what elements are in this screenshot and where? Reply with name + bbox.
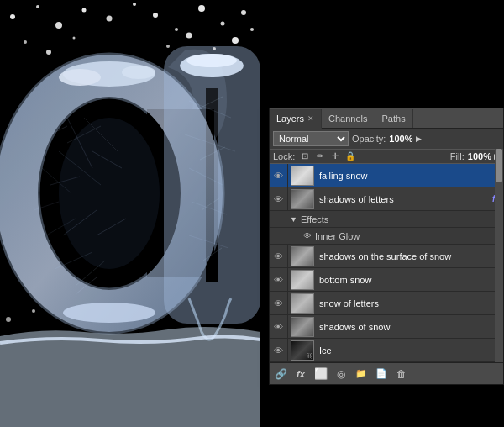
svg-point-7: [63, 303, 155, 323]
fill-control: Fill: 100% ▶: [450, 151, 500, 161]
layer-visibility-snow-letters[interactable]: 👁: [270, 292, 288, 314]
new-group-button[interactable]: 📁: [354, 366, 369, 382]
svg-point-5: [59, 69, 101, 86]
lock-all-icon[interactable]: 🔒: [345, 151, 355, 161]
effect-name-inner-glow: Inner Glow: [315, 231, 360, 241]
effects-header: ▼ Effects: [270, 211, 503, 228]
layer-visibility-falling-snow[interactable]: 👁: [270, 164, 288, 187]
layer-name-ice: Ice: [317, 345, 503, 356]
layer-item-snow-letters[interactable]: 👁 snow of letters: [270, 292, 503, 315]
svg-point-56: [32, 309, 35, 313]
layer-list: 👁 falling snow 👁 shadows of letters fx ▼…: [270, 164, 503, 362]
svg-point-48: [46, 50, 51, 55]
fill-label: Fill:: [450, 151, 465, 161]
layer-thumb-bottom-snow: [291, 270, 314, 290]
layer-item-ice[interactable]: 👁 ⛓ Ice: [270, 339, 503, 362]
svg-point-37: [36, 5, 39, 8]
layer-item-falling-snow[interactable]: 👁 falling snow: [270, 164, 503, 187]
tab-layers[interactable]: Layers ✕: [270, 109, 322, 129]
add-mask-button[interactable]: ⬜: [313, 366, 328, 382]
fill-value[interactable]: 100%: [468, 151, 491, 161]
layer-thumb-shadows-snow: [291, 317, 314, 337]
panel-tabs: Layers ✕ Channels Paths: [270, 108, 503, 129]
layer-name-falling-snow: falling snow: [317, 171, 503, 181]
svg-point-53: [232, 37, 239, 44]
layer-visibility-ice[interactable]: 👁: [270, 339, 288, 361]
layer-thumb-snow-letters: [291, 293, 314, 314]
tab-channels-label: Channels: [328, 113, 367, 124]
svg-point-26: [186, 54, 237, 67]
blend-mode-row: Normal Multiply Screen Opacity: 100% ▶: [270, 129, 503, 150]
layer-item-bottom-snow[interactable]: 👁 bottom snow: [270, 268, 503, 292]
effects-label: Effects: [301, 214, 328, 224]
svg-point-39: [82, 8, 87, 13]
effect-inner-glow[interactable]: 👁 Inner Glow: [270, 228, 503, 245]
svg-point-46: [241, 10, 246, 15]
layer-thumb-shadows-surface: [291, 246, 314, 266]
layer-name-bottom-snow: bottom snow: [317, 275, 503, 285]
lock-brush-icon[interactable]: ✏: [315, 151, 325, 161]
new-layer-button[interactable]: 📄: [374, 366, 389, 382]
layer-name-snow-letters: snow of letters: [317, 298, 503, 308]
tab-layers-label: Layers: [276, 113, 304, 124]
layers-panel: Layers ✕ Channels Paths Normal Multiply …: [269, 108, 504, 385]
lock-row: Lock: ⊡ ✏ ✛ 🔒 Fill: 100% ▶: [270, 150, 503, 164]
panel-scrollbar[interactable]: [495, 149, 503, 362]
layer-thumb-falling-snow: [291, 166, 314, 186]
svg-point-44: [198, 5, 205, 12]
svg-point-51: [186, 33, 192, 39]
layer-item-shadows-surface[interactable]: 👁 shadows on the surface of snow: [270, 245, 503, 268]
delete-layer-button[interactable]: 🗑: [394, 366, 409, 382]
svg-point-55: [6, 317, 11, 322]
blend-mode-select[interactable]: Normal Multiply Screen: [273, 131, 349, 146]
svg-point-52: [213, 47, 216, 50]
tab-layers-close[interactable]: ✕: [307, 114, 314, 123]
layer-visibility-shadows-letters[interactable]: 👁: [270, 187, 288, 210]
opacity-arrow[interactable]: ▶: [416, 134, 422, 143]
layer-visibility-shadows-snow[interactable]: 👁: [270, 315, 288, 338]
svg-point-50: [166, 45, 170, 48]
layer-thumb-shadows-letters: [291, 189, 314, 209]
fx-button[interactable]: fx: [293, 366, 308, 382]
link-layers-button[interactable]: 🔗: [273, 366, 288, 382]
lock-pixel-icon[interactable]: ⊡: [300, 151, 310, 161]
svg-point-36: [10, 14, 15, 19]
svg-point-43: [175, 28, 178, 31]
layer-thumb-ice: ⛓: [291, 340, 314, 361]
svg-point-8: [59, 118, 160, 269]
opacity-value[interactable]: 100%: [389, 134, 412, 144]
layer-name-shadows-surface: shadows on the surface of snow: [317, 251, 503, 261]
svg-point-45: [221, 22, 225, 26]
effect-visibility-inner-glow[interactable]: 👁: [303, 231, 312, 240]
svg-point-49: [73, 37, 76, 40]
layer-item-shadows-letters[interactable]: 👁 shadows of letters fx: [270, 187, 503, 211]
svg-point-47: [24, 40, 27, 44]
opacity-control: Opacity: 100% ▶: [352, 134, 422, 144]
tab-channels[interactable]: Channels: [322, 109, 375, 128]
svg-point-54: [250, 28, 254, 31]
svg-point-42: [153, 13, 158, 18]
effects-triangle[interactable]: ▼: [290, 215, 297, 224]
layer-visibility-shadows-surface[interactable]: 👁: [270, 245, 288, 267]
opacity-label: Opacity:: [352, 134, 386, 144]
layer-item-shadows-snow[interactable]: 👁 shadows of snow: [270, 315, 503, 339]
tab-paths[interactable]: Paths: [375, 109, 413, 128]
svg-point-38: [55, 22, 62, 29]
tab-paths-label: Paths: [382, 113, 406, 124]
svg-point-6: [122, 66, 155, 79]
lock-move-icon[interactable]: ✛: [330, 151, 340, 161]
layer-visibility-bottom-snow[interactable]: 👁: [270, 268, 288, 291]
panel-scroll-thumb[interactable]: [496, 149, 502, 182]
layer-name-shadows-letters: shadows of letters: [317, 194, 492, 204]
adjustment-button[interactable]: ◎: [333, 366, 349, 382]
svg-point-41: [133, 3, 136, 6]
svg-point-40: [107, 16, 113, 22]
panel-toolbar: 🔗 fx ⬜ ◎ 📁 📄 🗑: [270, 362, 503, 384]
layer-name-shadows-snow: shadows of snow: [317, 322, 503, 332]
lock-label: Lock:: [273, 151, 295, 161]
